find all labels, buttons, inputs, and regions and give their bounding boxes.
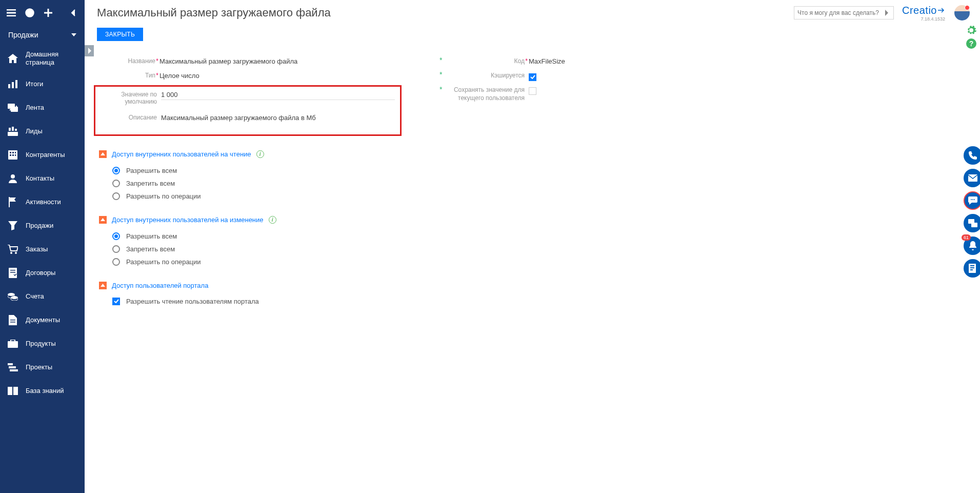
sidebar-item-label: Лиды [26, 127, 43, 135]
sidebar-item-contacts[interactable]: Контакты [0, 167, 85, 190]
label-save: Сохранять значение для текущего пользова… [437, 85, 525, 102]
chat-icon[interactable] [964, 191, 980, 210]
plus-icon[interactable] [42, 7, 54, 19]
checkbox-cache[interactable] [529, 73, 536, 81]
sidebar-topbar [0, 0, 85, 26]
form-right-column: Код MaxFileSize Кэшируется Сохранять зна… [437, 56, 694, 136]
value-name[interactable]: Максимальный размер загружаемого файла [159, 56, 396, 65]
form-row-type: Тип Целое число [99, 71, 396, 82]
feed-panel-icon[interactable] [964, 214, 980, 232]
form-row-code: Код MaxFileSize [437, 56, 694, 68]
sidebar-item-totals[interactable]: Итоги [0, 72, 85, 96]
svg-rect-0 [7, 9, 16, 10]
radio-deny-all[interactable] [112, 180, 120, 187]
svg-point-43 [971, 199, 972, 200]
svg-rect-23 [9, 197, 10, 207]
sidebar-item-sales[interactable]: Продажи [0, 214, 85, 238]
radio-deny-all[interactable] [112, 245, 120, 253]
sidebar-item-label: Договоры [26, 269, 55, 277]
radio-by-operation[interactable] [112, 258, 120, 266]
user-avatar[interactable] [954, 5, 970, 21]
radio-row[interactable]: Разрешить всем [112, 164, 968, 177]
phone-icon[interactable] [964, 146, 980, 165]
default-value-input[interactable] [161, 91, 395, 98]
svg-rect-50 [970, 267, 974, 268]
info-icon[interactable]: i [269, 216, 276, 224]
checkbox-save[interactable] [529, 87, 536, 95]
radio-allow-all[interactable] [112, 232, 120, 240]
section-title[interactable]: Доступ пользователей портала [112, 282, 208, 289]
gear-icon[interactable] [966, 25, 977, 36]
radio-row[interactable]: Разрешить всем [112, 230, 968, 243]
value-desc[interactable]: Максимальный размер загружаемого файла в… [161, 113, 395, 122]
sidebar-item-feed[interactable]: Лента [0, 96, 85, 120]
main-content: Максимальный размер загружаемого файла C… [85, 0, 980, 493]
cart-icon [7, 244, 18, 255]
page-title: Максимальный размер загружаемого файла [97, 6, 794, 19]
search-input[interactable] [797, 9, 882, 16]
sidebar-item-activities[interactable]: Активности [0, 190, 85, 214]
nav-list: Домашняя страница Итоги Лента Лиды Контр… [0, 44, 85, 403]
label-desc: Описание [101, 113, 157, 121]
radio-row[interactable]: Запретить всем [112, 177, 968, 190]
sidebar-item-invoices[interactable]: Счета [0, 285, 85, 308]
checkbox-label: Разрешить чтение пользователям портала [126, 298, 259, 305]
sidebar-item-accounts[interactable]: Контрагенты [0, 143, 85, 167]
help-icon[interactable]: ? [966, 38, 977, 49]
process-icon[interactable] [964, 259, 980, 278]
chevron-left-icon[interactable] [67, 7, 79, 19]
info-icon[interactable]: i [256, 150, 264, 158]
label-type: Тип [99, 71, 155, 79]
radio-row[interactable]: Разрешить по операции [112, 190, 968, 203]
collapse-toggle-icon[interactable] [99, 150, 107, 158]
svg-rect-26 [9, 268, 17, 278]
notification-icon[interactable]: 61 [964, 236, 980, 255]
portal-check-row[interactable]: Разрешить чтение пользователям портала [99, 295, 968, 307]
sidebar-item-knowledge[interactable]: База знаний [0, 379, 85, 403]
global-search[interactable] [794, 6, 894, 19]
radio-row[interactable]: Разрешить по операции [112, 255, 968, 268]
highlighted-region: Значение по умолчанию Описание Максималь… [94, 85, 402, 136]
sidebar-item-projects[interactable]: Проекты [0, 356, 85, 379]
contract-icon [7, 267, 18, 279]
sidebar-section-label: Продажи [8, 31, 38, 39]
form-row-cache: Кэшируется [437, 71, 694, 82]
sidebar-item-contracts[interactable]: Договоры [0, 261, 85, 285]
sidebar-section-header[interactable]: Продажи [0, 26, 85, 44]
section-title[interactable]: Доступ внутренних пользователей на чтени… [112, 150, 251, 158]
radio-group-read: Разрешить всем Запретить всем Разрешить … [99, 164, 968, 203]
sidebar-item-documents[interactable]: Документы [0, 308, 85, 332]
search-go-icon[interactable] [882, 10, 890, 16]
play-icon[interactable] [24, 7, 36, 19]
sidebar-item-orders[interactable]: Заказы [0, 238, 85, 261]
svg-rect-6 [8, 84, 10, 88]
section-title[interactable]: Доступ внутренних пользователей на измен… [112, 216, 264, 224]
mail-icon[interactable] [964, 169, 980, 187]
radio-label: Разрешить всем [126, 232, 177, 240]
sidebar-item-home[interactable]: Домашняя страница [0, 44, 85, 72]
menu-icon[interactable] [5, 7, 17, 19]
section-read-access: Доступ внутренних пользователей на чтени… [99, 150, 968, 203]
collapse-toggle-icon[interactable] [99, 282, 107, 289]
sidebar-item-label: Итоги [26, 80, 43, 88]
sidebar-item-leads[interactable]: Лиды [0, 120, 85, 143]
radio-by-operation[interactable] [112, 192, 120, 200]
brand: Creatio 7.18.4.1532 [902, 5, 945, 22]
close-button[interactable]: ЗАКРЫТЬ [97, 28, 143, 41]
sidebar-item-products[interactable]: Продукты [0, 332, 85, 356]
collapse-toggle-icon[interactable] [99, 216, 107, 224]
value-code[interactable]: MaxFileSize [529, 56, 694, 65]
radio-row[interactable]: Запретить всем [112, 243, 968, 255]
svg-rect-8 [15, 80, 17, 88]
collapse-handle[interactable] [85, 45, 94, 56]
sidebar-item-label: Контрагенты [26, 151, 65, 159]
section-portal-access: Доступ пользователей портала Разрешить ч… [99, 282, 968, 307]
radio-label: Запретить всем [126, 245, 175, 253]
book-icon [7, 385, 18, 397]
form-row-desc: Описание Максимальный размер загружаемог… [95, 113, 400, 124]
action-bar: ЗАКРЫТЬ [85, 26, 980, 46]
checkbox-portal-read[interactable] [112, 298, 120, 305]
svg-rect-37 [8, 363, 13, 365]
radio-allow-all[interactable] [112, 167, 120, 174]
value-type[interactable]: Целое число [159, 71, 396, 80]
